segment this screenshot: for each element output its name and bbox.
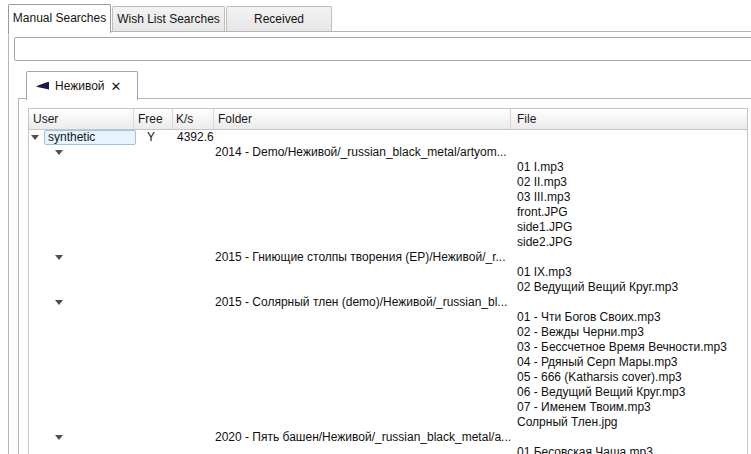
tab-wish-list-searches-label: Wish List Searches [117, 12, 220, 26]
user-cell-selected[interactable]: synthetic [44, 130, 136, 145]
column-header-free[interactable]: Free [138, 109, 163, 129]
file-cell[interactable]: front.JPG [517, 205, 568, 220]
file-row[interactable]: Солрный Тлен.jpg [29, 415, 747, 430]
file-row[interactable]: 03 - Бессчетное Время Вечности.mp3 [29, 340, 747, 355]
file-cell[interactable]: side2.JPG [517, 235, 572, 250]
file-cell[interactable]: Солрный Тлен.jpg [517, 415, 617, 430]
table-header: User Free K/s Folder File [29, 109, 747, 130]
file-cell[interactable]: 03 III.mp3 [517, 190, 570, 205]
column-divider[interactable] [133, 109, 134, 129]
collapse-arrow-icon[interactable] [31, 135, 39, 140]
column-header-user[interactable]: User [33, 109, 58, 129]
close-tab-icon[interactable]: ✕ [111, 80, 122, 93]
file-cell[interactable]: 05 - 666 (Katharsis cover).mp3 [517, 370, 682, 385]
file-row[interactable]: side1.JPG [29, 220, 747, 235]
file-cell[interactable]: 06 - Ведущий Вещий Круг.mp3 [517, 385, 685, 400]
file-cell[interactable]: side1.JPG [517, 220, 572, 235]
tab-manual-searches[interactable]: Manual Searches [8, 4, 111, 33]
free-slot-cell: Y [147, 130, 155, 145]
result-tab-nezhivoy[interactable]: Неживой ✕ [26, 71, 138, 100]
file-cell[interactable]: 02 II.mp3 [517, 175, 567, 190]
column-header-file[interactable]: File [517, 109, 536, 129]
search-results-table: User Free K/s Folder File synthetic Y 43… [28, 108, 748, 454]
file-row[interactable]: 01 I.mp3 [29, 160, 747, 175]
tab-wish-list-searches[interactable]: Wish List Searches [112, 6, 225, 31]
file-row[interactable]: 03 III.mp3 [29, 190, 747, 205]
column-header-folder[interactable]: Folder [218, 109, 252, 129]
collapse-arrow-icon[interactable] [55, 255, 63, 260]
file-row[interactable]: 04 - Рдяный Серп Мары.mp3 [29, 355, 747, 370]
file-cell[interactable]: 02 - Вежды Черни.mp3 [517, 325, 644, 340]
tab-manual-searches-label: Manual Searches [13, 11, 106, 25]
outer-frame-left-border [8, 31, 9, 454]
search-input[interactable] [14, 37, 751, 61]
folder-row[interactable]: 2015 - Солярный тлен (demo)/Неживой/_rus… [29, 295, 747, 310]
column-divider[interactable] [172, 109, 173, 129]
tab-received-searches[interactable]: Received Searches [226, 6, 332, 31]
file-row[interactable]: 01 - Чти Богов Своих.mp3 [29, 310, 747, 325]
collapse-arrow-icon[interactable] [55, 150, 63, 155]
folder-cell[interactable]: 2015 - Солярный тлен (demo)/Неживой/_rus… [215, 295, 507, 310]
folder-cell[interactable]: 2014 - Demo/Неживой/_russian_black_metal… [215, 145, 507, 160]
file-cell[interactable]: 01 IX.mp3 [517, 265, 572, 280]
file-row[interactable]: front.JPG [29, 205, 747, 220]
search-tab-icon [35, 82, 49, 91]
folder-row[interactable]: 2015 - Гниющие столпы творения (EP)/Нежи… [29, 250, 747, 265]
file-cell[interactable]: 01 Бесовская Чаша.mp3 [517, 445, 653, 454]
file-cell[interactable]: 03 - Бессчетное Время Вечности.mp3 [517, 340, 727, 355]
folder-cell[interactable]: 2020 - Пять башен/Неживой/_russian_black… [215, 430, 511, 445]
file-row[interactable]: 05 - 666 (Katharsis cover).mp3 [29, 370, 747, 385]
file-cell[interactable]: 01 I.mp3 [517, 160, 564, 175]
file-row[interactable]: 02 Ведущий Вещий Круг.mp3 [29, 280, 747, 295]
collapse-arrow-icon[interactable] [55, 300, 63, 305]
file-row[interactable]: 01 IX.mp3 [29, 265, 747, 280]
folder-cell[interactable]: 2015 - Гниющие столпы творения (EP)/Нежи… [215, 250, 505, 265]
folder-row[interactable]: 2014 - Demo/Неживой/_russian_black_metal… [29, 145, 747, 160]
column-divider[interactable] [213, 109, 214, 129]
file-cell[interactable]: 01 - Чти Богов Своих.mp3 [517, 310, 661, 325]
file-cell[interactable]: 04 - Рдяный Серп Мары.mp3 [517, 355, 678, 370]
user-row[interactable]: synthetic Y 4392.6 [29, 130, 747, 145]
file-row[interactable]: side2.JPG [29, 235, 747, 250]
result-tab-label: Неживой [55, 79, 105, 93]
file-row[interactable]: 06 - Ведущий Вещий Круг.mp3 [29, 385, 747, 400]
inner-frame-left-border [18, 98, 19, 454]
file-row[interactable]: 02 II.mp3 [29, 175, 747, 190]
collapse-arrow-icon[interactable] [55, 435, 63, 440]
outer-frame-top-border [8, 31, 751, 32]
file-row[interactable]: 01 Бесовская Чаша.mp3 [29, 445, 747, 454]
column-header-kps[interactable]: K/s [176, 109, 193, 129]
file-row[interactable]: 02 - Вежды Черни.mp3 [29, 325, 747, 340]
file-cell[interactable]: 02 Ведущий Вещий Круг.mp3 [517, 280, 678, 295]
table-rows: synthetic Y 4392.6 2014 - Demo/Неживой/_… [29, 130, 747, 454]
column-divider[interactable] [510, 109, 511, 129]
folder-row[interactable]: 2020 - Пять башен/Неживой/_russian_black… [29, 430, 747, 445]
file-row[interactable]: 07 - Именем Твоим.mp3 [29, 400, 747, 415]
file-cell[interactable]: 07 - Именем Твоим.mp3 [517, 400, 651, 415]
speed-cell: 4392.6 [177, 130, 214, 145]
